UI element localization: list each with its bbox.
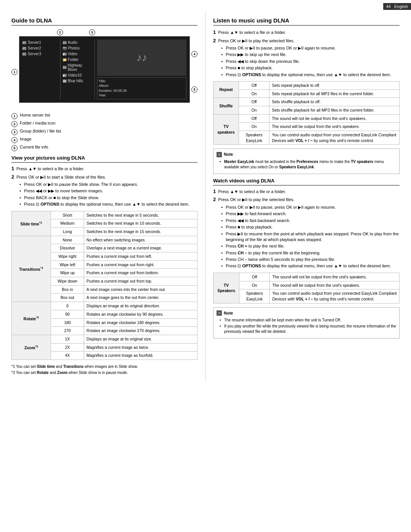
zoom-4x-name: 4X (51, 351, 84, 360)
view-step-1: 1 Press ▲▼ to select a file or a folder. (11, 166, 198, 172)
watch-tvspeakers-off-desc: The sound will not be output from the un… (270, 273, 400, 281)
listen-bullet-forward: Press ▶▶ to skip up the next file. (221, 52, 400, 58)
footnote-2: *2 You can set Rotate and Zoom when Slid… (11, 370, 198, 376)
transitions-label: Transitions*1 (12, 236, 51, 302)
watch-step-2-num: 2 (213, 197, 216, 202)
page-num-text: 44 (386, 4, 391, 9)
bullet-options: Press ⊡ OPTIONS to display the optional … (19, 201, 198, 207)
server2-icon: ▪ (22, 47, 26, 50)
listen-step-2: 2 Press OK or ▶II to play the selected f… (213, 38, 400, 79)
blue-hills-item: 🖼Blue hills (63, 78, 92, 84)
audio-item: ♪Audio (63, 40, 92, 45)
trans-wipeleft-name: Wipe left (51, 260, 84, 269)
slide-long-name: Long (51, 227, 84, 236)
watch-bullet-options: Press ⊡ OPTIONS to display the optional … (221, 263, 400, 269)
bluehills-icon: 🖼 (63, 80, 67, 83)
page-number: 44 English (383, 3, 411, 10)
slide-long-desc: Switches to the next image in 15 seconds… (84, 227, 198, 236)
callout-top-row: 2 3 (49, 29, 198, 35)
watch-bullet-resume: Press ▶II to resume from the point at wh… (221, 231, 400, 243)
server1-item: ▪Server1 (22, 40, 58, 45)
legend-3-num: 3 (11, 129, 18, 135)
tvspeakers-on-name: On (239, 123, 269, 131)
tvspeakers-easylink-row: Speakers EasyLink You can control audio … (213, 131, 400, 145)
repeat-on-desc: Sets repeat playback for all MP3 files i… (269, 89, 400, 98)
watch-tvspeakers-off-name: Off (239, 273, 269, 281)
listen-step-1-text: Press ▲▼ to select a file or a folder. (218, 30, 286, 35)
zoom-2x-desc: Magnifies a current image as twice. (84, 343, 198, 351)
zoom-1x-desc: Displays an image at its original size. (84, 335, 198, 343)
trans-none-name: None (51, 236, 84, 244)
shuffle-on-desc: Sets shuffle playback for all MP3 files … (269, 106, 400, 115)
photos-item: 📷Photos (63, 45, 92, 51)
watch-step-2: 2 Press OK or ▶II to play the selected f… (213, 197, 400, 270)
listen-note-bullets: Master EasyLink must be activated in the… (220, 159, 396, 170)
watch-tvspeakers-easylink-desc: You can control audio output from your c… (270, 289, 400, 303)
rotate-0-row: Rotate*2 0 Displays an image at its orig… (12, 302, 198, 310)
rotate-180-desc: Rotates an image clockwise 180 degrees. (84, 318, 198, 327)
tvspeakers-off-desc: The sound will not be output from the un… (269, 114, 400, 123)
bullet-pause: Press OK or ▶II to pause the Slide show.… (19, 182, 198, 187)
view-step-1-content: Press ▲▼ to select a file or a folder. (16, 166, 198, 172)
watch-note-bullets: The resume information will be kept even… (220, 318, 396, 334)
listen-step-1-num: 1 (213, 29, 216, 35)
folder-icon: 📁 (63, 58, 67, 61)
watch-step-2-text: Press OK or ▶II to play the selected fil… (218, 197, 295, 202)
watch-note-box: ≡ Note The resume information will be ke… (213, 307, 400, 339)
zoom-1x-name: 1X (51, 335, 84, 343)
page-lang-text: English (394, 4, 408, 9)
watch-bullet-pause: Press OK or ▶II to pause, press OK or ▶I… (221, 204, 400, 210)
right-column: Listen to music using DLNA 1 Press ▲▼ to… (206, 11, 411, 382)
watch-note-icon: ≡ (217, 310, 222, 316)
tvspeakers-on-desc: The sound will be output from the unit's… (269, 123, 400, 131)
video10-item: ▶Video10 (63, 72, 92, 78)
footnote-1: *1 You can set Slide time and Transition… (11, 364, 198, 370)
left-column: Guide to DLNA 2 3 1 (0, 11, 206, 382)
watch-step-1-num: 1 (213, 189, 216, 194)
note-label: Note (224, 151, 233, 158)
legend-1: 1Home server list (11, 113, 198, 119)
repeat-off-desc: Sets repeat playback to off. (269, 81, 400, 89)
trans-wiperight-desc: Pushes a current image out from left. (84, 252, 198, 261)
view-step-2-content: Press OK or ▶II to start a Slide show of… (16, 174, 198, 209)
listen-step-2-text: Press OK or ▶II to play the selected fil… (218, 38, 295, 43)
listen-bullet-back: Press ◀◀ to skip down the previous file. (221, 59, 400, 64)
callout-legend: 1Home server list 2Folder / media icon 3… (11, 113, 198, 151)
callout-3: 3 (89, 29, 95, 35)
view-step-2: 2 Press OK or ▶II to start a Slide show … (11, 174, 198, 209)
legend-2: 2Folder / media icon (11, 121, 198, 127)
listen-bullet-stop: Press ■ to stop playback. (221, 65, 400, 71)
slide-time-short-row: Slide time*1 Short Switches to the next … (12, 211, 198, 219)
zoom-4x-desc: Magnifies a current image as fourfold. (84, 351, 198, 360)
tvspeakers-label: TV speakers (213, 114, 239, 145)
view-step-2-num: 2 (11, 174, 14, 180)
legend-3-text: Group (folder) / file list (20, 129, 61, 133)
trans-dissolve-desc: Overlaps a next image on a current image… (84, 244, 198, 252)
watch-step-2-bullets: Press OK or ▶II to pause, press OK or ▶I… (221, 204, 400, 269)
listen-step-2-bullets: Press OK or ▶II to pause, press OK or ▶I… (221, 45, 400, 78)
slide-short-desc: Switches to the next image in 5 seconds. (84, 211, 198, 219)
shuffle-label: Shuffle (213, 98, 239, 114)
dlna-diagram-container: 2 3 1 ▪Server1 (11, 29, 198, 107)
watch-step-1-text: Press ▲▼ to select a file or a folder. (218, 189, 286, 194)
watch-tvspeakers-off-row: TV Speakers Off The sound will not be ou… (213, 273, 400, 281)
trans-boxout-desc: A next image goes to the out from center… (84, 294, 198, 302)
guide-title: Guide to DLNA (11, 17, 198, 26)
bullet-stop: Press BACK or ■ to stop the Slide show. (19, 195, 198, 201)
legend-3: 3Group (folder) / file list (11, 129, 198, 135)
callout-2: 2 (57, 29, 63, 35)
trans-dissolve-name: Dissolve (51, 244, 84, 252)
diagram-row: 1 ▪Server1 ▪Server2 (11, 36, 198, 107)
watch-tvspeakers-on-row: On The sound will be output from the uni… (213, 281, 400, 289)
repeat-off-name: Off (239, 81, 269, 89)
rotate-90-name: 90 (51, 310, 84, 318)
main-columns: Guide to DLNA 2 3 1 (0, 0, 411, 382)
callout-1-num: 1 (11, 69, 18, 75)
page: 44 English Guide to DLNA 2 3 1 (0, 0, 411, 532)
watch-tvspeakers-label: TV Speakers (213, 273, 239, 303)
slide-table: Slide time*1 Short Switches to the next … (11, 211, 198, 360)
zoom-label: Zoom*2 (12, 335, 51, 359)
listen-title: Listen to music using DLNA (213, 17, 400, 26)
watch-bullet-chminus: Press CH – to play the current file at t… (221, 250, 400, 256)
zoom-2x-name: 2X (51, 343, 84, 351)
